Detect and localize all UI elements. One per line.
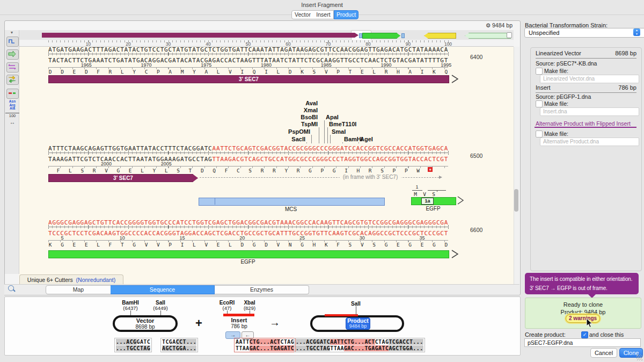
insert-source: Source: pEGFP-1.dna [536, 93, 591, 100]
cancel-button[interactable]: Cancel [590, 348, 617, 358]
product-filename-input[interactable]: pSEC7-EGFP.dna [524, 338, 641, 347]
ready-title: Ready to clone [525, 298, 641, 308]
insert-file-input[interactable]: Insert.dna [540, 107, 639, 116]
insert-header: Insert786 bp [536, 84, 636, 93]
resize-grip[interactable] [636, 354, 642, 360]
cut-site-line [130, 310, 131, 315]
select-stepper-icon[interactable]: ▲▼ [633, 28, 640, 36]
ready-box: Ready to clone Product: 9484 bp [525, 298, 641, 329]
alt-file-input[interactable]: Alternative Product.dna [540, 137, 639, 146]
strain-select[interactable]: Unspecified [524, 28, 644, 38]
end-sequence-snippet: AATTCTG...ACTCTAGTTAAGAC...TGAGATC [234, 338, 296, 352]
orientation-notice: The insert is compatible in either orien… [525, 273, 639, 294]
create-product-label: Create product: [525, 331, 566, 338]
end-sequence-snippet: ...ACGGATCAATTCTG...ACTCTAGTCGACCT......… [294, 338, 425, 352]
cut-site-line [160, 310, 161, 315]
linearized-source: Source: pSEC7*-KB.dna [536, 60, 597, 67]
warnings-button[interactable]: 2 warnings [566, 314, 600, 323]
linearized-make-checkbox[interactable] [536, 68, 543, 75]
end-sequence-snippet: TCGACCT...AGCTGGA... [160, 338, 198, 352]
end-sequence-snippet: ...ACGGATC...TGCCTAG [114, 338, 152, 352]
linearized-header: Linearized Vector8698 bp [536, 50, 636, 59]
alt-make-checkbox[interactable] [536, 131, 543, 137]
mouse-cursor [586, 318, 593, 330]
linearized-make-label: Make file: [544, 68, 568, 74]
alt-product-rule [535, 127, 636, 128]
notice-line-2: 3' SEC7 → EGFP is out of frame. [525, 282, 639, 291]
insert-make-label: Make file: [544, 100, 568, 107]
insert-fragment-dialog: Insert Fragment Vector Insert Product ⚙ … [0, 0, 644, 362]
linearized-file-input[interactable]: Linearized Vector.dna [540, 75, 639, 83]
insert-make-checkbox[interactable] [536, 100, 543, 107]
close-window-checkbox[interactable]: ✓ [581, 331, 588, 338]
cut-site-line [250, 310, 250, 314]
alt-product-title: Alternative Product with Flipped Insert [536, 120, 631, 127]
cut-site-line [227, 310, 228, 314]
cut-site-line [356, 306, 356, 315]
notice-line-1: The insert is compatible in either orien… [525, 273, 639, 282]
alt-make-label: Make file: [544, 131, 568, 137]
